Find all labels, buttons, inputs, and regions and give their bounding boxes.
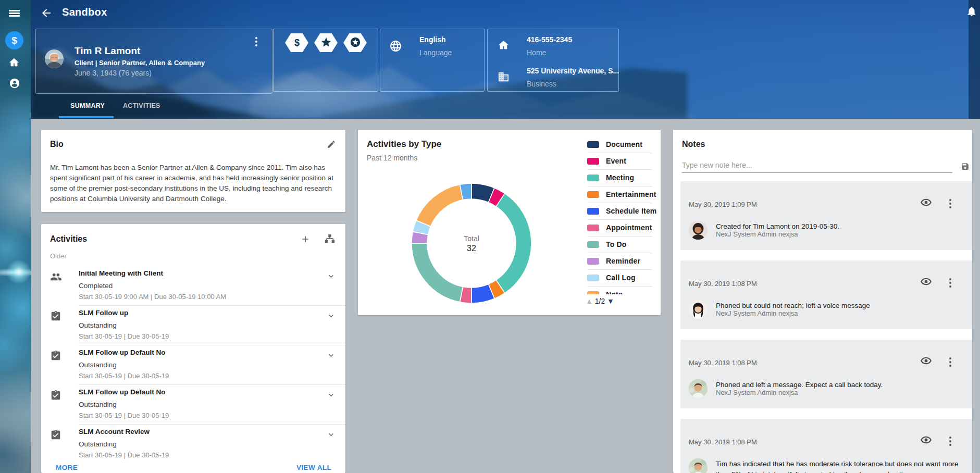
svg-text:$: $: [294, 38, 299, 48]
